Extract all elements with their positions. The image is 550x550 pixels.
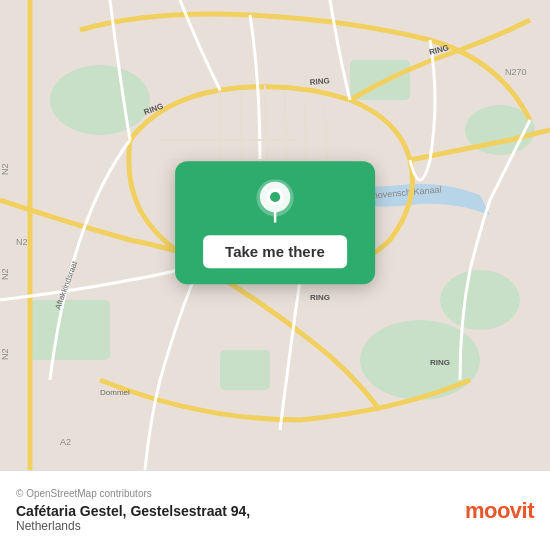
svg-text:Dommel: Dommel	[100, 388, 130, 397]
svg-text:RING: RING	[309, 76, 330, 87]
svg-rect-3	[30, 300, 110, 360]
svg-text:A2: A2	[60, 437, 71, 447]
svg-point-5	[50, 65, 150, 135]
svg-text:N2: N2	[0, 348, 10, 360]
map-container: Eindhovensch Kanaal	[0, 0, 550, 470]
svg-text:N2: N2	[16, 237, 28, 247]
svg-point-2	[440, 270, 520, 330]
take-me-there-button[interactable]: Take me there	[203, 235, 347, 268]
map-pin-icon	[253, 179, 297, 223]
svg-text:N2: N2	[0, 163, 10, 175]
copyright-text: © OpenStreetMap contributors	[16, 488, 250, 499]
svg-point-25	[270, 192, 280, 202]
svg-text:RING: RING	[430, 358, 450, 367]
place-country: Netherlands	[16, 519, 250, 533]
footer: © OpenStreetMap contributors Cafétaria G…	[0, 470, 550, 550]
svg-text:RING: RING	[310, 293, 330, 302]
svg-text:N270: N270	[505, 67, 527, 77]
place-name: Cafétaria Gestel, Gestelsestraat 94,	[16, 503, 250, 519]
svg-text:N2: N2	[0, 268, 10, 280]
moovit-logo: moovit	[465, 500, 534, 522]
location-card: Take me there	[175, 161, 375, 284]
footer-info: © OpenStreetMap contributors Cafétaria G…	[16, 488, 250, 533]
moovit-brand-text: moovit	[465, 500, 534, 522]
svg-rect-6	[220, 350, 270, 390]
